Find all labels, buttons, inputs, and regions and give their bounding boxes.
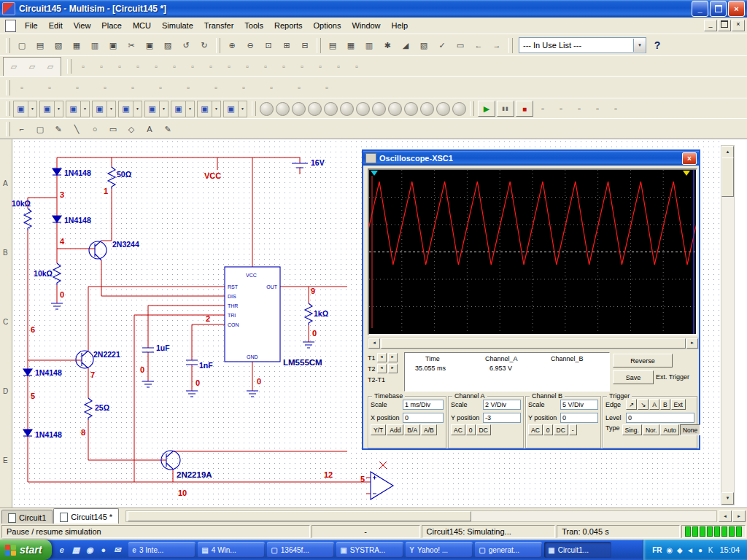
pause-simulation-button[interactable]: ▮▮ [497,101,514,117]
menu-tools[interactable]: Tools [239,20,268,31]
mdi-close-button[interactable]: × [732,20,745,31]
menu-window[interactable]: Window [347,20,385,31]
chevron-down-icon[interactable]: ▼ [28,101,36,117]
menu-simulate[interactable]: Simulate [157,20,198,31]
t2-left-button[interactable]: ◄ [377,364,387,373]
transistor-q1[interactable] [89,241,107,260]
component-misc-icon[interactable]: ▫ [275,58,293,75]
sim-extra-icon-3[interactable]: ▫ [570,101,588,117]
menu-edit[interactable]: Edit [44,20,68,31]
close-button[interactable]: × [728,1,745,17]
component-advanced-icon[interactable]: ▫ [293,58,311,75]
place-text-icon[interactable]: ▢ [31,121,49,138]
task-generat[interactable]: ▢ generat... [475,542,542,558]
trigger-falling-edge-button[interactable]: ↘ [638,399,649,410]
toolbar-grip[interactable] [6,122,10,136]
run-simulation-button[interactable]: ▶ [478,101,495,117]
x-position-input[interactable] [403,413,444,423]
quick-launch-ie-icon[interactable]: e [55,543,68,556]
start-button[interactable]: start [0,540,52,560]
new-icon[interactable]: ▢ [13,37,31,54]
chevron-down-icon[interactable]: ▼ [212,101,220,117]
scroll-up-icon[interactable]: ▲ [721,146,734,158]
mdi-restore-button[interactable] [718,20,731,31]
parts-bin-slot-2[interactable]: ▱ [23,58,41,75]
transistor-q2[interactable] [76,351,93,368]
chb-dc-button[interactable]: DC [554,424,568,435]
resistor-r2[interactable] [24,209,31,230]
task-circuit1[interactable]: ▦ Circuit1... [544,542,611,558]
component-ttl-icon[interactable]: ▫ [166,58,183,75]
zoom-full-icon[interactable]: ⊟ [296,37,314,54]
scrollbar-thumb[interactable] [381,338,686,349]
trigger-auto-button[interactable]: Auto [660,424,679,435]
task-13645f[interactable]: ▢ 13645f... [267,542,334,558]
component-bus-icon[interactable]: ▫ [348,58,365,75]
tray-antivirus-icon[interactable]: K [705,546,715,554]
toolbar-grip[interactable] [317,38,321,53]
vertical-scrollbar[interactable]: ▲ ▼ [721,145,735,505]
save-icon[interactable]: ▦ [68,37,85,54]
sim-extra-icon-2[interactable]: ▫ [552,101,570,117]
sim-extra-icon-4[interactable]: ▫ [589,101,606,117]
minimize-button[interactable]: _ [692,1,708,17]
function-generator-icon[interactable]: ▣ ▼ [39,101,63,117]
ellipse-tool-icon[interactable]: ○ [86,121,104,138]
scrollbar-thumb[interactable] [128,511,471,521]
chevron-down-icon[interactable]: ▼ [107,101,115,117]
resistor-r4[interactable] [305,303,312,325]
component-analog-icon[interactable]: ▫ [147,58,165,75]
cursor2-handle[interactable] [683,171,690,176]
capacitor-c1[interactable] [142,348,154,352]
diode-d4[interactable] [23,429,32,436]
oscilloscope-scrollbar[interactable]: ◄ ► [368,338,699,349]
component-transistor-icon[interactable]: ▫ [129,58,147,75]
chb-ac-button[interactable]: AC [528,424,543,435]
polygon-tool-icon[interactable]: ◇ [123,121,140,138]
toolbar-grip[interactable] [67,59,71,74]
ba-button[interactable]: B/A [404,424,420,435]
erc-icon[interactable]: ✓ [433,37,451,54]
resistor-r3[interactable] [53,263,61,285]
grapher-icon[interactable]: ◢ [397,37,414,54]
forward-annotate-icon[interactable]: → [488,37,506,54]
component-mixed-icon[interactable]: ▫ [220,58,238,75]
tab-circuit1[interactable]: Circuit1 [1,510,53,524]
component-rf-icon[interactable]: ▫ [311,58,329,75]
dc-power-source[interactable] [292,163,308,168]
virtual-measurement-icon[interactable]: ▫ [124,79,142,96]
scroll-left-icon[interactable]: ◄ [368,338,380,349]
trigger-sing-button[interactable]: Sing. [622,424,642,435]
resistor-r1[interactable] [108,167,115,189]
t1-right-button[interactable]: ► [388,353,398,362]
scroll-right-icon[interactable]: ► [732,510,746,522]
parts-bin-slot-1[interactable]: ▱ [5,58,23,75]
undo-icon[interactable]: ↺ [177,37,195,54]
virtual-power-source-icon[interactable]: ▫ [179,79,197,96]
print-preview-icon[interactable]: ▣ [104,37,122,54]
yt-button[interactable]: Y/T [371,424,386,435]
logic-converter-icon[interactable]: ▣ ▼ [223,101,247,117]
component-indicator-icon[interactable]: ▫ [239,58,256,75]
logic-analyzer-icon[interactable]: ▣ ▼ [197,101,221,117]
trigger-b-button[interactable]: B [660,399,670,410]
trigger-ext-button[interactable]: Ext [671,399,686,410]
scroll-right-icon[interactable]: ► [686,338,698,349]
zoom-out-icon[interactable]: ⊖ [241,37,259,54]
bode-plotter-icon[interactable]: ▣ ▼ [118,101,142,117]
cha-zero-button[interactable]: 0 [466,424,476,435]
menu-options[interactable]: Options [309,20,347,31]
multimeter-icon[interactable]: ▣ ▼ [13,101,37,117]
virtual-family-icon[interactable]: ▫ [290,79,308,96]
back-annotate-icon[interactable]: ← [470,37,487,54]
edit-symbol-icon[interactable]: ✎ [50,121,67,138]
trigger-a-button[interactable]: A [649,399,659,410]
oscilloscope-icon[interactable]: ▣ ▼ [92,101,116,117]
postprocessor-icon[interactable]: ▧ [415,37,433,54]
toolbar-grip[interactable] [508,38,513,53]
task-internet-explorer[interactable]: e 3 Inte... [128,542,196,558]
virtual-basic-icon[interactable]: ▫ [41,79,58,96]
channel-b-scale-input[interactable] [560,400,598,410]
component-diode-icon[interactable]: ▫ [111,58,128,75]
cut-icon[interactable]: ✂ [123,37,140,54]
